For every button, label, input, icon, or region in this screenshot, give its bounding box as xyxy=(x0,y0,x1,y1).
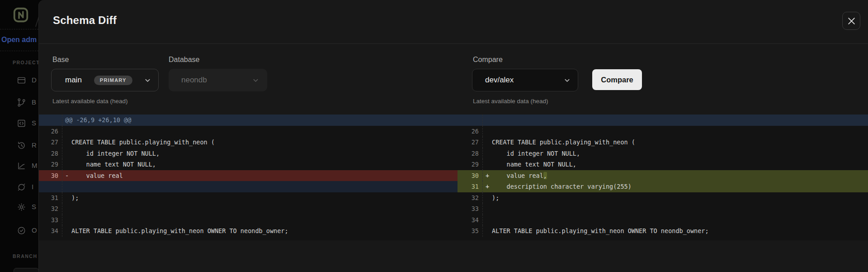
code-text: description character varying(255) xyxy=(492,183,632,190)
project-section-label: PROJECT xyxy=(13,60,38,65)
chevron-down-icon xyxy=(252,77,259,84)
line-number: 31 xyxy=(458,181,483,192)
diff-row-31: 31+ description character varying(255) xyxy=(458,181,868,192)
sidebar-divider xyxy=(0,29,38,29)
branch-selector[interactable] xyxy=(14,268,38,272)
diff-marker: - xyxy=(62,172,71,179)
sidebar-item-branches[interactable]: B xyxy=(0,97,38,108)
diff-row-32: 32); xyxy=(458,192,868,204)
line-number: 27 xyxy=(458,137,483,148)
line-number: 34 xyxy=(458,215,483,226)
close-icon xyxy=(848,17,855,25)
diff-row-29: 29 name text NOT NULL, xyxy=(458,159,868,170)
restore-icon xyxy=(17,141,26,150)
code-text: CREATE TABLE public.playing_with_neon ( xyxy=(71,138,215,146)
diff-row-hunk: @@ -26,9 +26,10 @@ xyxy=(39,115,458,126)
schema-diff-view: @@ -26,9 +26,10 @@2627CREATE TABLE publi… xyxy=(39,115,868,240)
settings-icon xyxy=(17,202,26,212)
compare-branch-select[interactable]: dev/alex xyxy=(472,69,578,91)
line-number: 34 xyxy=(39,225,62,237)
sidebar-item-label: S xyxy=(32,119,36,127)
line-number: 29 xyxy=(458,159,483,170)
diff-row-hunk xyxy=(458,115,868,126)
code-text: id integer NOT NULL, xyxy=(492,150,580,157)
code-text: value real, xyxy=(492,172,547,179)
sidebar-item-dashboard[interactable]: D xyxy=(0,75,38,86)
line-number: 32 xyxy=(458,192,483,204)
diff-row-filler xyxy=(39,181,458,192)
diff-row-33: 33 xyxy=(39,215,458,226)
diff-row-27: 27CREATE TABLE public.playing_with_neon … xyxy=(458,137,868,148)
modal-title: Schema Diff xyxy=(53,14,117,27)
diff-row-34: 34 xyxy=(458,215,868,226)
integrations-icon xyxy=(17,182,26,192)
diff-pane-compare: 2627CREATE TABLE public.playing_with_neo… xyxy=(458,115,868,240)
diff-row-28: 28 id integer NOT NULL, xyxy=(39,148,458,159)
breadcrumb-slash xyxy=(34,12,38,27)
code-text: ALTER TABLE public.playing_with_neon OWN… xyxy=(492,227,709,234)
schema-diff-modal: Schema Diff Base main PRIMARY Latest ava… xyxy=(38,0,868,272)
neon-logo[interactable] xyxy=(12,6,29,24)
chevron-down-icon xyxy=(144,77,151,84)
line-number: 29 xyxy=(39,159,62,170)
dashboard-icon xyxy=(17,76,26,85)
line-number: 32 xyxy=(39,203,62,215)
primary-badge: PRIMARY xyxy=(94,76,132,85)
hunk-header: @@ -26,9 +26,10 @@ xyxy=(62,116,131,124)
diff-marker: + xyxy=(483,172,492,179)
sidebar: Open adm PROJECT D B S R M I S O BRANCH xyxy=(0,0,38,272)
code-text: CREATE TABLE public.playing_with_neon ( xyxy=(492,138,635,146)
line-number: 33 xyxy=(39,215,62,226)
line-number xyxy=(39,181,62,192)
diff-row-30: 30- value real xyxy=(39,170,458,181)
sidebar-divider xyxy=(0,51,38,51)
base-branch-select[interactable]: main PRIMARY xyxy=(51,69,159,91)
code-text: name text NOT NULL, xyxy=(492,161,576,168)
line-number: 28 xyxy=(39,148,62,159)
code-text: ); xyxy=(492,194,499,201)
diff-row-26: 26 xyxy=(39,126,458,137)
compare-label: Compare xyxy=(473,56,503,64)
line-number: 30 xyxy=(458,170,483,181)
diff-pane-base: @@ -26,9 +26,10 @@2627CREATE TABLE publi… xyxy=(39,115,458,240)
sidebar-item-restore[interactable]: R xyxy=(0,140,38,151)
line-number: 26 xyxy=(458,126,483,137)
sidebar-item-label: M xyxy=(32,162,38,169)
diff-row-35: 35ALTER TABLE public.playing_with_neon O… xyxy=(458,225,868,237)
diff-row-29: 29 name text NOT NULL, xyxy=(39,159,458,170)
operations-icon xyxy=(17,226,26,235)
diff-row-32: 32 xyxy=(39,203,458,215)
branch-section-label: BRANCH xyxy=(13,253,38,259)
database-select[interactable]: neondb xyxy=(169,69,267,91)
code-text: name text NOT NULL, xyxy=(71,161,156,168)
chevron-down-icon xyxy=(564,77,571,84)
sidebar-item-label: B xyxy=(32,98,36,106)
line-number xyxy=(458,115,483,126)
sidebar-item-label: O xyxy=(32,226,37,234)
line-number: 30 xyxy=(39,170,62,181)
sidebar-item-operations[interactable]: O xyxy=(0,225,38,236)
open-admin-link[interactable]: Open adm xyxy=(1,36,37,44)
sidebar-item-label: D xyxy=(32,76,37,84)
code-text: id integer NOT NULL, xyxy=(71,150,160,157)
diff-row-30: 30+ value real, xyxy=(458,170,868,181)
base-branch-value: main xyxy=(65,76,82,85)
line-number: 26 xyxy=(39,126,62,137)
sidebar-item-integrations[interactable]: I xyxy=(0,182,38,193)
line-number: 27 xyxy=(39,137,62,148)
close-button[interactable] xyxy=(842,12,860,30)
diff-row-34: 34ALTER TABLE public.playing_with_neon O… xyxy=(39,225,458,237)
sidebar-item-monitoring[interactable]: M xyxy=(0,161,38,172)
sidebar-item-settings[interactable]: S xyxy=(0,202,38,213)
line-number: 33 xyxy=(458,203,483,215)
sidebar-item-label: R xyxy=(32,141,37,149)
sidebar-item-label: I xyxy=(32,183,33,191)
sidebar-item-sql-editor[interactable]: S xyxy=(0,118,38,129)
code-text: value real xyxy=(71,172,123,179)
compare-branch-value: dev/alex xyxy=(485,76,514,85)
database-label: Database xyxy=(169,56,200,64)
compare-button[interactable]: Compare xyxy=(592,69,642,90)
diff-marker: + xyxy=(483,183,492,190)
diff-row-26: 26 xyxy=(458,126,868,137)
diff-row-31: 31); xyxy=(39,192,458,204)
